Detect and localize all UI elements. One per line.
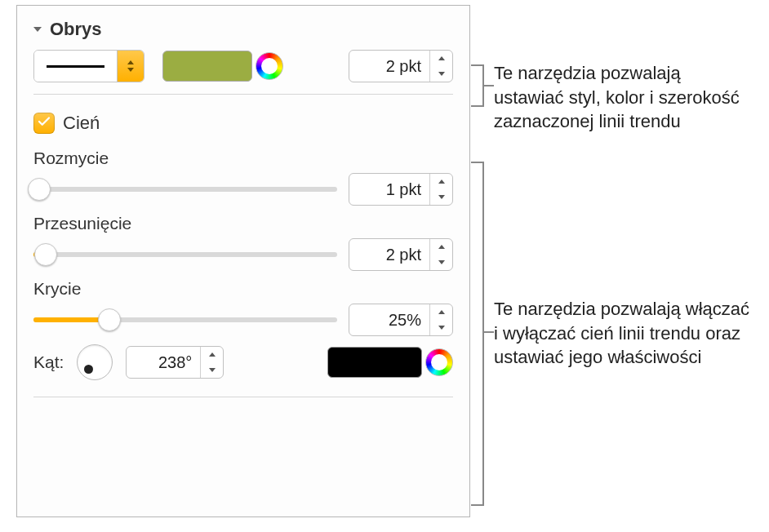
shadow-color-well[interactable]	[327, 347, 422, 378]
blur-slider[interactable]	[33, 177, 337, 202]
chevron-up-icon	[438, 56, 445, 60]
offset-label: Przesunięcie	[33, 214, 453, 233]
angle-row: Kąt: 238°	[33, 344, 453, 380]
blur-field[interactable]: 1 pkt	[349, 173, 453, 206]
stroke-width-value: 2 pkt	[349, 51, 429, 82]
slider-track	[33, 187, 337, 192]
callouts: Te narzędzia pozwalają ustawiać styl, ko…	[478, 61, 755, 532]
chevron-down-icon	[438, 326, 445, 330]
offset-block: Przesunięcie 2 pkt	[33, 214, 453, 271]
opacity-stepper[interactable]	[429, 304, 452, 335]
stroke-style-preview	[34, 51, 118, 82]
opacity-field[interactable]: 25%	[349, 304, 453, 336]
blur-value: 1 pkt	[349, 174, 429, 205]
callout-stroke: Te narzędzia pozwalają ustawiać styl, ko…	[478, 61, 755, 134]
stroke-controls-row: 2 pkt	[33, 50, 453, 82]
opacity-value: 25%	[349, 304, 429, 335]
check-icon	[37, 114, 51, 132]
shadow-checkbox[interactable]	[33, 113, 55, 134]
stroke-width-stepper[interactable]	[429, 51, 452, 82]
chevron-down-icon	[127, 68, 134, 72]
shadow-label: Cień	[63, 113, 100, 134]
offset-field[interactable]: 2 pkt	[349, 238, 453, 271]
opacity-label: Krycie	[33, 279, 453, 299]
angle-label: Kąt:	[33, 352, 64, 372]
offset-value: 2 pkt	[349, 239, 429, 270]
stroke-style-stepper[interactable]	[118, 51, 144, 82]
chevron-down-icon	[438, 195, 445, 199]
stroke-color-well[interactable]	[162, 51, 252, 82]
stroke-width-field[interactable]: 2 pkt	[349, 50, 453, 82]
chevron-up-icon	[438, 310, 445, 314]
angle-stepper[interactable]	[200, 347, 223, 378]
callout-shadow: Te narzędzia pozwalają włączać i wyłącza…	[478, 297, 755, 370]
divider	[33, 397, 453, 397]
chevron-up-icon	[438, 180, 445, 184]
opacity-block: Krycie 25%	[33, 279, 453, 336]
offset-stepper[interactable]	[429, 239, 452, 270]
slider-thumb[interactable]	[28, 178, 51, 201]
slider-thumb[interactable]	[34, 243, 57, 266]
angle-dial[interactable]	[77, 344, 113, 380]
color-wheel-icon[interactable]	[425, 348, 453, 376]
blur-stepper[interactable]	[429, 174, 452, 205]
stroke-color-group	[162, 51, 283, 82]
blur-block: Rozmycie 1 pkt	[33, 149, 453, 206]
shadow-color-group	[327, 347, 453, 378]
angle-value: 238°	[127, 347, 200, 378]
slider-track	[33, 252, 337, 257]
angle-indicator-icon	[84, 365, 93, 374]
chevron-down-icon	[209, 368, 216, 372]
chevron-up-icon	[209, 352, 216, 357]
chevron-down-icon	[438, 72, 445, 76]
chevron-up-icon	[127, 60, 134, 64]
chevron-up-icon	[438, 245, 445, 249]
stroke-style-popup[interactable]	[33, 50, 144, 82]
chevron-down-icon	[438, 260, 445, 264]
opacity-slider[interactable]	[33, 308, 337, 332]
stroke-section-title: Obrys	[50, 19, 102, 40]
color-wheel-icon[interactable]	[256, 52, 283, 80]
callout-stroke-text: Te narzędzia pozwalają ustawiać styl, ko…	[494, 63, 740, 131]
shadow-checkbox-row: Cień	[33, 113, 453, 134]
disclosure-triangle-icon	[33, 27, 42, 32]
line-icon	[47, 65, 104, 68]
callout-shadow-text: Te narzędzia pozwalają włączać i wyłącza…	[494, 299, 749, 367]
offset-slider[interactable]	[33, 242, 337, 267]
blur-label: Rozmycie	[33, 149, 453, 168]
angle-field[interactable]: 238°	[126, 346, 224, 379]
inspector-panel: Obrys 2 pkt	[16, 5, 470, 517]
divider	[33, 94, 453, 95]
slider-thumb[interactable]	[98, 308, 121, 331]
stroke-section-header[interactable]: Obrys	[33, 19, 453, 40]
